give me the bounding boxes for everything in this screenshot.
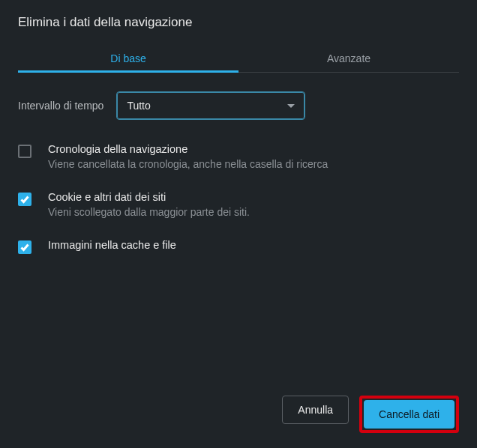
chevron-down-icon (287, 104, 295, 108)
tab-basic[interactable]: Di base (18, 45, 238, 72)
option-desc: Viene cancellata la cronologia, anche ne… (48, 158, 328, 170)
checkbox-browsing-history[interactable] (18, 145, 32, 158)
time-range-row: Intervallo di tempo Tutto (18, 92, 459, 119)
option-cookies: Cookie e altri dati dei siti Vieni scoll… (18, 191, 459, 218)
checkbox-cookies[interactable] (18, 193, 32, 206)
option-title: Cookie e altri dati dei siti (48, 191, 250, 203)
cancel-button[interactable]: Annulla (282, 396, 349, 424)
option-desc: Vieni scollegato dalla maggior parte dei… (48, 206, 250, 218)
dialog-title: Elimina i dati della navigazione (18, 15, 459, 30)
time-range-select[interactable]: Tutto (117, 92, 304, 119)
time-range-value: Tutto (127, 100, 150, 112)
confirm-button[interactable]: Cancella dati (364, 400, 454, 429)
option-cached-images: Immagini nella cache e file (18, 239, 459, 254)
time-range-label: Intervallo di tempo (18, 100, 104, 112)
option-title: Cronologia della navigazione (48, 143, 328, 155)
clear-browsing-data-dialog: Elimina i dati della navigazione Di base… (0, 0, 477, 448)
tab-advanced[interactable]: Avanzate (238, 45, 459, 72)
checkbox-cached-images[interactable] (18, 240, 32, 254)
options-list: Cronologia della navigazione Viene cance… (18, 143, 459, 254)
option-browsing-history: Cronologia della navigazione Viene cance… (18, 143, 459, 170)
dialog-footer: Annulla Cancella dati (18, 385, 459, 433)
tabs: Di base Avanzate (18, 45, 459, 73)
option-title: Immagini nella cache e file (48, 239, 176, 251)
confirm-button-highlight: Cancella dati (359, 396, 459, 433)
